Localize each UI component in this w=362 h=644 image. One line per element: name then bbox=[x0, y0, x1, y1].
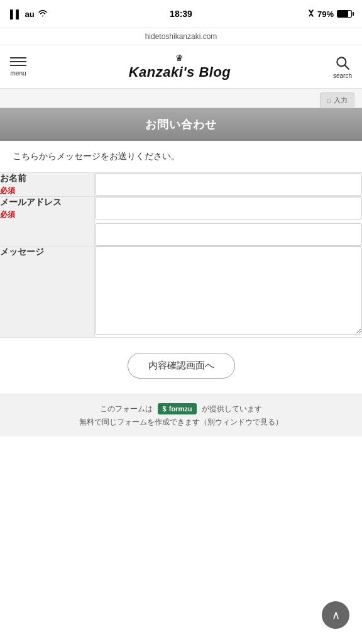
bluetooth-icon bbox=[308, 9, 314, 19]
form-heading: お問い合わせ bbox=[145, 118, 217, 131]
formzu-text: formzu bbox=[169, 405, 192, 413]
form-intro: こちらからメッセージをお送りください。 bbox=[0, 141, 362, 173]
chevron-up-icon: ∧ bbox=[332, 608, 340, 622]
wifi-icon bbox=[38, 9, 48, 19]
battery-icon bbox=[337, 10, 352, 18]
hamburger-icon bbox=[10, 61, 26, 62]
status-right: 79% bbox=[308, 9, 352, 19]
crown-icon: ♛ bbox=[129, 53, 231, 63]
name-input-cell bbox=[94, 173, 362, 197]
email-required: 必須 bbox=[0, 209, 94, 220]
battery-fill bbox=[337, 11, 348, 17]
message-row: メッセージ bbox=[0, 247, 362, 338]
tab-label: 入力 bbox=[334, 96, 348, 105]
name-row: お名前 必須 bbox=[0, 173, 362, 197]
status-bar: ▌▌ au 18:39 79% bbox=[0, 0, 362, 28]
formzu-line2[interactable]: 無料で同じフォームを作成できます（別ウィンドウで見る） bbox=[10, 417, 352, 428]
signal-icon: ▌▌ bbox=[10, 9, 21, 19]
tab-icon: □ bbox=[327, 97, 331, 104]
url-text: hidetoshikanzaki.com bbox=[145, 32, 217, 41]
message-label: メッセージ bbox=[0, 247, 44, 257]
footer-suffix: が提供しています bbox=[202, 404, 262, 413]
svg-line-1 bbox=[345, 65, 349, 69]
submit-button[interactable]: 内容確認画面へ bbox=[128, 353, 235, 379]
message-input-cell bbox=[94, 247, 362, 338]
email-input-cell bbox=[94, 197, 362, 247]
formzu-footer: このフォームは $ formzu が提供しています 無料で同じフォームを作成でき… bbox=[0, 394, 362, 436]
name-input[interactable] bbox=[95, 173, 363, 196]
name-label: お名前 bbox=[0, 173, 26, 183]
site-header: menu ♛ Kanzaki's Blog search bbox=[0, 45, 362, 89]
menu-button[interactable]: menu bbox=[10, 57, 26, 77]
hamburger-icon bbox=[10, 65, 26, 66]
scroll-top-button[interactable]: ∧ bbox=[322, 601, 349, 629]
email-confirm-input[interactable] bbox=[95, 223, 363, 246]
email-label-cell: メールアドレス 必須 bbox=[0, 197, 94, 247]
email-input[interactable] bbox=[95, 197, 363, 219]
tab-input[interactable]: □ 入力 bbox=[320, 92, 354, 108]
message-textarea[interactable] bbox=[95, 247, 363, 335]
status-left: ▌▌ au bbox=[10, 9, 48, 19]
formzu-dollar-icon: $ bbox=[163, 405, 167, 413]
search-button[interactable]: search bbox=[333, 55, 352, 79]
name-required: 必須 bbox=[0, 186, 94, 196]
hamburger-icon bbox=[10, 57, 26, 58]
tab-area: □ 入力 bbox=[0, 89, 362, 108]
submit-area: 内容確認画面へ bbox=[0, 338, 362, 394]
main-content: お問い合わせ こちらからメッセージをお送りください。 お名前 必須 メールアドレ… bbox=[0, 108, 362, 436]
email-label: メールアドレス bbox=[0, 197, 62, 207]
search-icon bbox=[334, 55, 351, 71]
footer-prefix: このフォームは bbox=[100, 404, 153, 413]
battery-percent: 79% bbox=[317, 9, 334, 19]
site-title[interactable]: Kanzaki's Blog bbox=[129, 64, 231, 80]
formzu-line1: このフォームは $ formzu が提供しています bbox=[10, 403, 352, 414]
time-display: 18:39 bbox=[170, 9, 192, 19]
intro-text: こちらからメッセージをお送りください。 bbox=[13, 151, 180, 161]
search-label: search bbox=[333, 72, 352, 79]
email-row: メールアドレス 必須 bbox=[0, 197, 362, 247]
carrier-label: au bbox=[25, 9, 34, 19]
menu-label: menu bbox=[10, 70, 26, 77]
contact-form: お名前 必須 メールアドレス 必須 メッセージ bbox=[0, 173, 362, 338]
form-header: お問い合わせ bbox=[0, 108, 362, 141]
formzu-badge[interactable]: $ formzu bbox=[158, 403, 197, 414]
url-bar[interactable]: hidetoshikanzaki.com bbox=[0, 28, 362, 45]
message-label-cell: メッセージ bbox=[0, 247, 94, 338]
name-label-cell: お名前 必須 bbox=[0, 173, 94, 197]
site-title-wrap: ♛ Kanzaki's Blog bbox=[129, 53, 231, 80]
